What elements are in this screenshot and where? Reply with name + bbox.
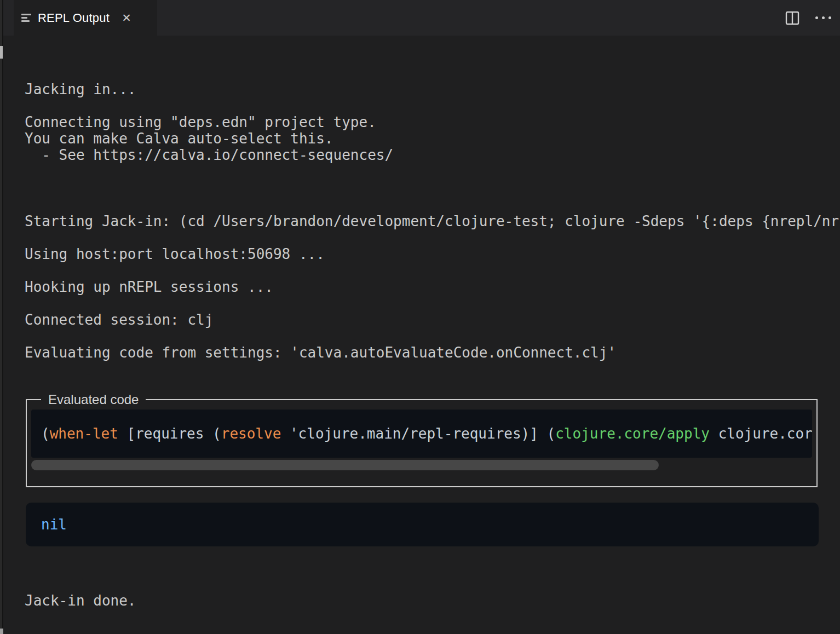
adjacent-panel-edge [0,0,3,634]
evaluated-code-legend: Evaluated code [41,391,146,408]
more-actions-icon[interactable] [814,9,832,27]
evaluated-code-block: (when-let [requires (resolve 'clojure.ma… [31,410,812,458]
adjacent-panel-fragment-bottom [0,629,3,634]
output-line-hooking: Hooking up nREPL sessions ... [25,279,273,295]
editor-actions [783,0,832,36]
tab-repl-output[interactable]: REPL Output ✕ [14,0,157,36]
output-line-connected-session: Connected session: clj [25,312,213,328]
code-horizontal-scrollbar[interactable] [31,459,812,471]
split-editor-icon[interactable] [783,9,802,27]
output-line-jacking-in: Jacking in... [25,81,136,97]
result-box: nil [26,503,819,546]
output-line-autoselect: You can make Calva auto-select this. [25,130,333,147]
output-line-evaluating-settings: Evaluating code from settings: 'calva.au… [25,344,616,361]
output-icon [21,14,32,22]
output-line-starting-jackin: Starting Jack-in: (cd /Users/brandon/dev… [25,213,839,229]
result-value: nil [26,516,67,533]
output-line-host-port: Using host:port localhost:50698 ... [25,246,325,262]
tab-close-icon[interactable]: ✕ [118,10,135,26]
output-line-jackin-done: Jack-in done. [25,592,136,609]
adjacent-panel-fragment-top [0,46,3,59]
output-line-connecting: Connecting using "deps.edn" project type… [25,114,376,130]
evaluated-code-line: (when-let [requires (resolve 'clojure.ma… [31,425,812,442]
output-line-see-link: - See https://calva.io/connect-sequences… [25,147,393,163]
tab-title: REPL Output [38,11,110,25]
evaluated-code-fieldset: Evaluated code (when-let [requires (reso… [26,399,818,487]
editor-tab-bar: REPL Output ✕ [3,0,840,36]
code-scrollbar-thumb[interactable] [31,460,659,470]
